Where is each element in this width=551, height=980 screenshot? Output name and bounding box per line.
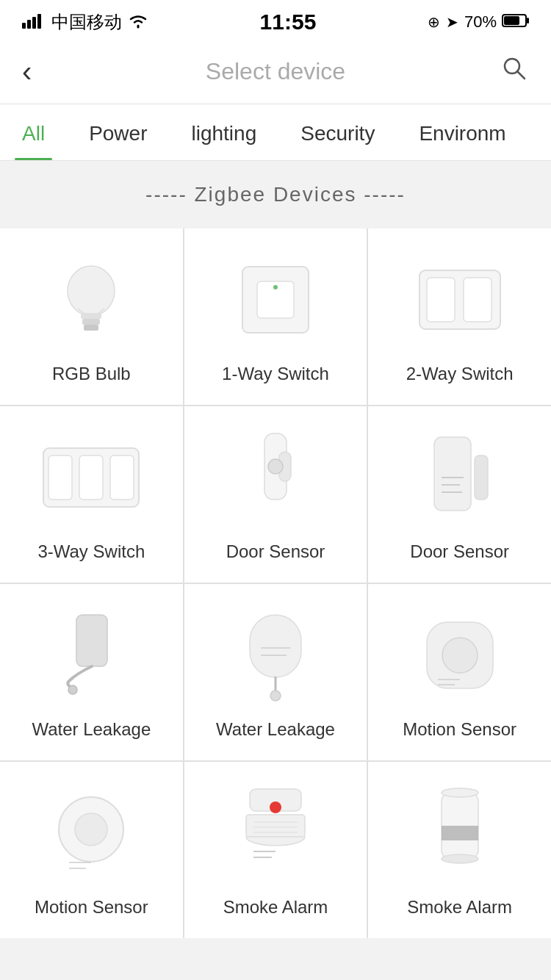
motionsensor2-icon <box>47 785 135 881</box>
device-grid: RGB Bulb 1-Way Switch 2-Way Switch <box>0 228 551 938</box>
battery-label: 70% <box>464 12 497 32</box>
svg-point-15 <box>273 285 278 289</box>
svg-rect-21 <box>79 455 103 500</box>
device-motion-sensor-1[interactable]: Motion Sensor <box>368 584 551 760</box>
tab-power[interactable]: Power <box>67 104 169 160</box>
waterleakage1-label: Water Leakage <box>32 718 151 741</box>
svg-point-58 <box>442 854 478 863</box>
waterleakage1-icon <box>47 608 135 703</box>
doorsensor1-label: Door Sensor <box>226 540 325 563</box>
tab-all[interactable]: All <box>0 104 67 160</box>
svg-rect-6 <box>504 16 519 25</box>
motionsensor1-icon <box>416 608 504 703</box>
svg-point-25 <box>268 459 283 474</box>
svg-rect-18 <box>464 278 491 322</box>
status-bar: 中国移动 11:55 ⊕ ➤ 70% <box>0 0 551 40</box>
smokealarm1-label: Smoke Alarm <box>223 896 328 918</box>
device-smoke-alarm-2[interactable]: Smoke Alarm <box>368 762 551 938</box>
switch2-label: 2-Way Switch <box>406 362 514 385</box>
switch3-icon <box>47 430 135 525</box>
device-rgb-bulb[interactable]: RGB Bulb <box>0 228 183 405</box>
switch3-label: 3-Way Switch <box>37 540 145 563</box>
device-1way-switch[interactable]: 1-Way Switch <box>184 228 367 405</box>
tab-security[interactable]: Security <box>278 104 397 160</box>
wifi-icon <box>128 11 148 34</box>
svg-rect-56 <box>442 826 478 840</box>
back-button[interactable]: ‹ <box>22 55 59 88</box>
svg-rect-2 <box>32 17 36 29</box>
nav-bar: ‹ Select device <box>0 40 551 104</box>
switch1-icon <box>231 252 320 347</box>
status-right: ⊕ ➤ 70% <box>428 12 529 32</box>
svg-rect-26 <box>434 437 471 511</box>
doorsensor2-icon <box>416 430 504 525</box>
device-2way-switch[interactable]: 2-Way Switch <box>368 228 551 405</box>
svg-rect-12 <box>84 325 98 331</box>
svg-rect-11 <box>82 319 100 325</box>
device-door-sensor-2[interactable]: Door Sensor <box>368 406 551 583</box>
location-icon: ⊕ <box>428 13 440 31</box>
tab-bar: All Power lighting Security Environm <box>0 104 551 161</box>
svg-point-39 <box>442 638 478 673</box>
smokealarm2-label: Smoke Alarm <box>407 896 512 918</box>
svg-rect-33 <box>250 615 301 677</box>
device-door-sensor-1[interactable]: Door Sensor <box>184 406 367 583</box>
battery-icon <box>503 12 529 32</box>
rgb-bulb-label: RGB Bulb <box>52 362 131 385</box>
switch2-icon <box>416 252 504 347</box>
waterleakage2-icon <box>231 608 320 703</box>
device-3way-switch[interactable]: 3-Way Switch <box>0 406 183 583</box>
svg-line-8 <box>517 71 525 79</box>
svg-point-43 <box>75 813 107 846</box>
smokealarm1-icon <box>231 785 320 881</box>
svg-rect-48 <box>246 815 305 837</box>
svg-rect-20 <box>48 455 72 500</box>
svg-rect-1 <box>27 20 31 29</box>
status-left: 中国移动 <box>22 10 148 34</box>
tab-lighting[interactable]: lighting <box>170 104 279 160</box>
search-button[interactable] <box>492 54 529 90</box>
tab-environ[interactable]: Environm <box>397 104 527 160</box>
doorsensor2-label: Door Sensor <box>410 540 509 563</box>
svg-rect-10 <box>81 313 101 319</box>
doorsensor1-icon <box>231 430 320 525</box>
svg-rect-0 <box>22 23 26 29</box>
carrier-label: 中国移动 <box>51 10 122 34</box>
section-header: ----- Zigbee Devices ----- <box>0 161 551 228</box>
nav-title: Select device <box>59 58 492 85</box>
svg-rect-31 <box>76 615 107 666</box>
svg-point-9 <box>68 266 115 316</box>
motionsensor2-label: Motion Sensor <box>35 896 148 918</box>
device-smoke-alarm-1[interactable]: Smoke Alarm <box>184 762 367 938</box>
svg-rect-17 <box>427 278 455 322</box>
svg-rect-5 <box>527 18 529 24</box>
switch1-label: 1-Way Switch <box>222 362 329 385</box>
svg-point-57 <box>442 788 478 797</box>
device-water-leakage-2[interactable]: Water Leakage <box>184 584 367 760</box>
svg-rect-30 <box>475 455 488 500</box>
device-motion-sensor-2[interactable]: Motion Sensor <box>0 762 183 938</box>
motionsensor1-label: Motion Sensor <box>403 718 516 741</box>
svg-rect-3 <box>37 14 41 29</box>
svg-point-32 <box>68 685 77 694</box>
direction-icon: ➤ <box>446 13 458 31</box>
waterleakage2-label: Water Leakage <box>216 718 335 741</box>
rgb-bulb-icon <box>47 252 135 347</box>
svg-point-49 <box>270 801 281 813</box>
svg-rect-22 <box>110 455 134 500</box>
smokealarm2-icon <box>416 785 504 881</box>
signal-icon <box>22 11 46 34</box>
device-water-leakage-1[interactable]: Water Leakage <box>0 584 183 760</box>
status-time: 11:55 <box>148 10 428 35</box>
svg-point-37 <box>270 691 281 701</box>
